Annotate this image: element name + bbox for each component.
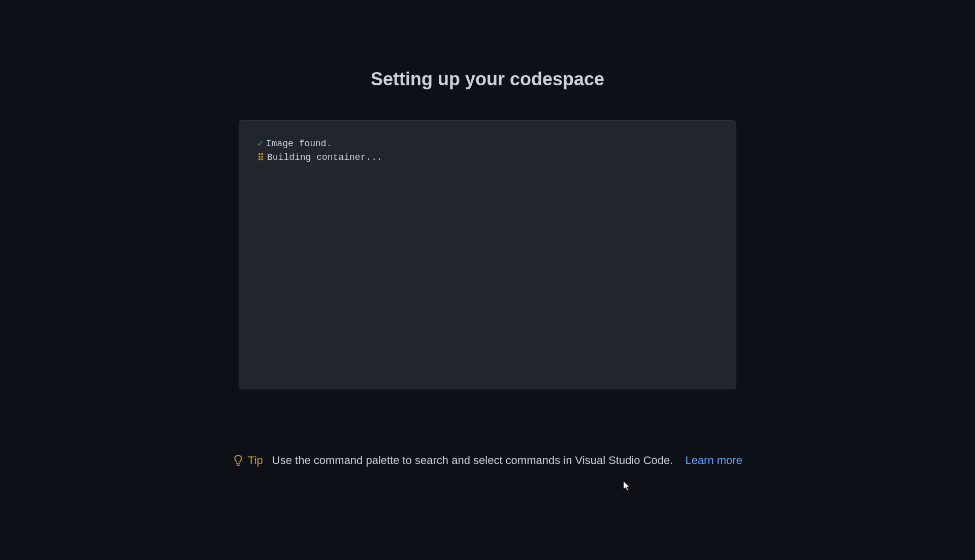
page-title: Setting up your codespace: [371, 69, 604, 90]
main-container: Setting up your codespace ✓ Image found.…: [0, 0, 975, 389]
learn-more-link[interactable]: Learn more: [685, 454, 742, 467]
tip-label: Tip: [248, 454, 263, 467]
terminal-line: ✓ Image found.: [257, 137, 718, 151]
terminal-output: ✓ Image found. ⠿ Building container...: [239, 120, 736, 389]
tip-text: Use the command palette to search and se…: [272, 454, 673, 467]
mouse-cursor: [624, 481, 631, 491]
terminal-line: ⠿ Building container...: [257, 151, 718, 164]
terminal-text: Image found.: [266, 137, 332, 151]
check-icon: ✓: [257, 137, 263, 151]
lightbulb-icon: [233, 455, 244, 466]
spinner-icon: ⠿: [257, 153, 264, 162]
tip-bar: Tip Use the command palette to search an…: [0, 454, 975, 467]
terminal-text: Building container...: [267, 151, 382, 164]
